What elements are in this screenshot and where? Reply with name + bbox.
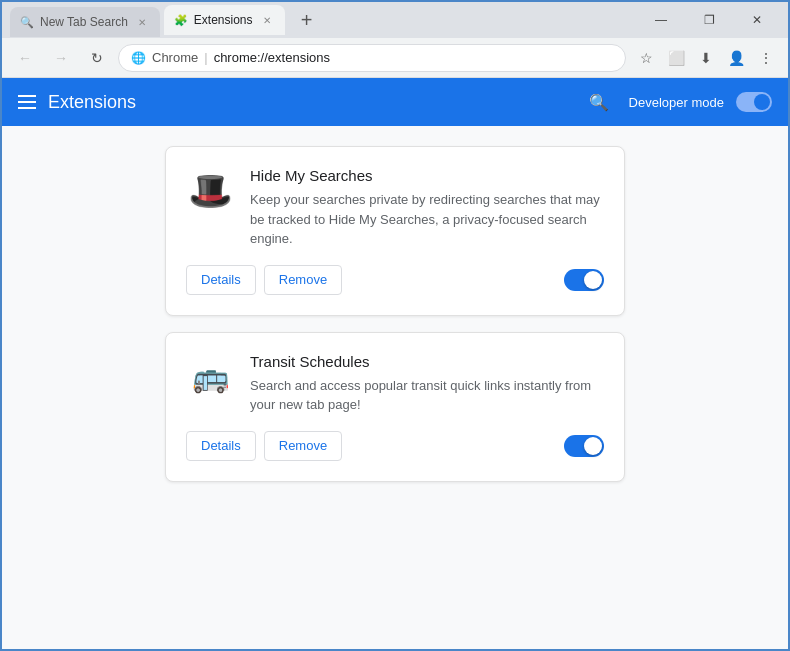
developer-mode-label: Developer mode [629,95,724,110]
close-button[interactable]: ✕ [734,5,780,35]
card-top-1: 🎩 Hide My Searches Keep your searches pr… [186,167,604,249]
extensions-header: Extensions 🔍 Developer mode [2,78,788,126]
active-tab-close[interactable]: ✕ [259,12,275,28]
card-actions-2: Details Remove [186,431,604,461]
extension-desc-1: Keep your searches private by redirectin… [250,190,604,249]
nav-bar: ← → ↻ 🌐 Chrome | chrome://extensions ☆ ⬜… [2,38,788,78]
extensions-content: fish.com 🎩 Hide My Searches Keep your se… [2,126,788,649]
title-bar: 🔍 New Tab Search ✕ 🧩 Extensions ✕ + — ❐ … [2,2,788,38]
inactive-tab-label: New Tab Search [40,15,128,29]
extension-name-1: Hide My Searches [250,167,604,184]
address-bar[interactable]: 🌐 Chrome | chrome://extensions [118,44,626,72]
remove-button-1[interactable]: Remove [264,265,342,295]
extension-icon-1: 🎩 [186,167,234,215]
address-separator: | [204,50,207,65]
new-tab-button[interactable]: + [293,6,321,34]
inactive-tab-icon: 🔍 [20,16,34,29]
remove-button-2[interactable]: Remove [264,431,342,461]
extension-icon[interactable]: ⬜ [662,44,690,72]
nav-actions: ☆ ⬜ ⬇ 👤 ⋮ [632,44,780,72]
details-button-1[interactable]: Details [186,265,256,295]
chrome-label: Chrome [152,50,198,65]
extension-card-2: 🚌 Transit Schedules Search and access po… [165,332,625,482]
extension-card-1: 🎩 Hide My Searches Keep your searches pr… [165,146,625,316]
maximize-button[interactable]: ❐ [686,5,732,35]
extension-icon-2: 🚌 [186,353,234,401]
site-icon: 🌐 [131,51,146,65]
hamburger-line-1 [18,95,36,97]
extension-name-2: Transit Schedules [250,353,604,370]
extension-info-1: Hide My Searches Keep your searches priv… [250,167,604,249]
card-actions-1: Details Remove [186,265,604,295]
browser-window: 🔍 New Tab Search ✕ 🧩 Extensions ✕ + — ❐ … [0,0,790,651]
inactive-tab[interactable]: 🔍 New Tab Search ✕ [10,7,160,37]
developer-mode-toggle[interactable] [736,92,772,112]
toggle-knob [754,94,770,110]
details-button-2[interactable]: Details [186,431,256,461]
active-tab-icon: 🧩 [174,14,188,27]
extension-desc-2: Search and access popular transit quick … [250,376,604,415]
active-tab[interactable]: 🧩 Extensions ✕ [164,5,285,35]
toggle-container-1 [564,269,604,291]
window-controls: — ❐ ✕ [638,5,780,35]
url-text: chrome://extensions [214,50,330,65]
bookmark-button[interactable]: ☆ [632,44,660,72]
extension-toggle-2[interactable] [564,435,604,457]
download-icon[interactable]: ⬇ [692,44,720,72]
hamburger-line-3 [18,107,36,109]
active-tab-label: Extensions [194,13,253,27]
card-top-2: 🚌 Transit Schedules Search and access po… [186,353,604,415]
minimize-button[interactable]: — [638,5,684,35]
forward-button[interactable]: → [46,43,76,73]
extension-info-2: Transit Schedules Search and access popu… [250,353,604,415]
search-icon[interactable]: 🔍 [589,93,609,112]
hamburger-menu[interactable] [18,95,36,109]
refresh-button[interactable]: ↻ [82,43,112,73]
toggle-container-2 [564,435,604,457]
inactive-tab-close[interactable]: ✕ [134,14,150,30]
profile-icon[interactable]: 👤 [722,44,750,72]
extension-toggle-knob-1 [584,271,602,289]
extensions-title: Extensions [48,92,136,113]
extension-toggle-1[interactable] [564,269,604,291]
extension-toggle-knob-2 [584,437,602,455]
back-button[interactable]: ← [10,43,40,73]
menu-button[interactable]: ⋮ [752,44,780,72]
hamburger-line-2 [18,101,36,103]
